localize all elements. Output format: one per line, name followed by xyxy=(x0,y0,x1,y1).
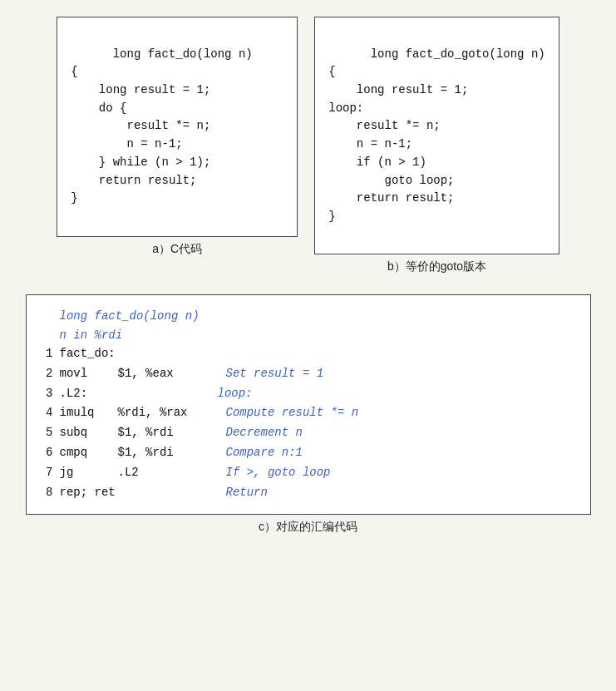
asm-comment-6: Compare n:1 xyxy=(226,443,303,463)
asm-linenum-3: 3 xyxy=(35,384,53,404)
code-box-b: long fact_do_goto(long n) { long result … xyxy=(314,17,559,254)
bottom-section: long fact_do(long n) n in %rdi 1 fact_do… xyxy=(17,294,599,548)
asm-operands-7: .L2 xyxy=(118,463,218,483)
asm-operands-2: $1, %eax xyxy=(118,364,218,384)
caption-a: a）C代码 xyxy=(152,242,202,257)
asm-linenum-8: 8 xyxy=(35,483,53,503)
asm-linenum-4: 4 xyxy=(35,403,53,423)
caption-c: c）对应的汇编代码 xyxy=(259,520,357,535)
asm-row-4: 4 imulq %rdi, %rax Compute result *= n xyxy=(35,403,575,423)
asm-row-5: 5 subq $1, %rdi Decrement n xyxy=(35,423,575,443)
asm-linenum-6: 6 xyxy=(35,443,53,463)
asm-comment-loop-3: loop: xyxy=(218,384,253,404)
asm-linenum-2: 2 xyxy=(35,364,53,384)
asm-operands-6: $1, %rdi xyxy=(118,443,218,463)
asm-instr-4: imulq xyxy=(60,403,118,423)
asm-instr-7: jg xyxy=(60,463,118,483)
asm-label-1: fact_do: xyxy=(60,344,226,364)
top-row: long fact_do(long n) { long result = 1; … xyxy=(17,17,599,288)
asm-comment-4: Compute result *= n xyxy=(226,403,359,423)
asm-comment-2: Set result = 1 xyxy=(226,364,324,384)
asm-linenum-5: 5 xyxy=(35,423,53,443)
asm-instr-6: cmpq xyxy=(60,443,118,463)
asm-row-1: 1 fact_do: xyxy=(35,344,575,364)
asm-linenum-1: 1 xyxy=(35,344,53,364)
asm-row-8: 8 rep; ret Return xyxy=(35,483,575,503)
asm-row-6: 6 cmpq $1, %rdi Compare n:1 xyxy=(35,443,575,463)
asm-instr-5: subq xyxy=(60,423,118,443)
asm-row-3: 3 .L2: loop: xyxy=(35,384,575,404)
asm-operands-4: %rdi, %rax xyxy=(118,403,218,423)
asm-label-3: .L2: xyxy=(60,384,118,404)
asm-row-7: 7 jg .L2 If >, goto loop xyxy=(35,463,575,483)
asm-operands-5: $1, %rdi xyxy=(118,423,218,443)
asm-row-2: 2 movl $1, %eax Set result = 1 xyxy=(35,364,575,384)
asm-instr-8: rep; ret xyxy=(60,483,118,503)
asm-box: long fact_do(long n) n in %rdi 1 fact_do… xyxy=(26,294,591,515)
asm-comment-5: Decrement n xyxy=(226,423,303,443)
asm-instr-2: movl xyxy=(60,364,118,384)
asm-header-1: long fact_do(long n) xyxy=(35,307,575,325)
asm-linenum-7: 7 xyxy=(35,463,53,483)
code-box-a: long fact_do(long n) { long result = 1; … xyxy=(57,17,298,237)
code-box-a-content: long fact_do(long n) { long result = 1; … xyxy=(71,47,252,205)
asm-header-2: n in %rdi xyxy=(35,326,575,344)
code-box-b-content: long fact_do_goto(long n) { long result … xyxy=(328,47,545,223)
asm-comment-8: Return xyxy=(226,483,268,503)
caption-b: b）等价的goto版本 xyxy=(387,259,486,274)
asm-comment-7: If >, goto loop xyxy=(226,463,331,483)
